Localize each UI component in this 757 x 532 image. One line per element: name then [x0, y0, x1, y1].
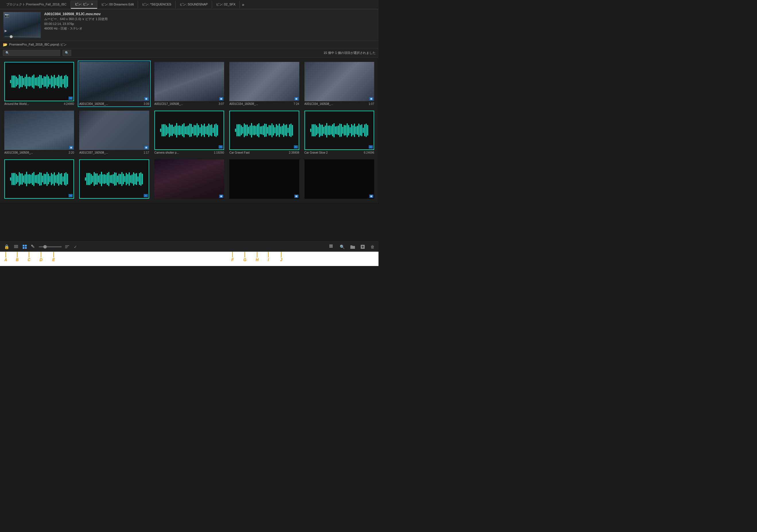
svg-rect-71 [205, 126, 206, 134]
tab-bin-main[interactable]: ビン: ビン ≡ [71, 0, 97, 9]
svg-rect-2 [13, 75, 14, 87]
svg-rect-64 [195, 125, 196, 135]
callout-section: A B C D E F [0, 252, 378, 266]
svg-rect-111 [280, 126, 281, 134]
tab-bin-dreamers[interactable]: ビン: 00 Dreamers Edit [97, 1, 138, 8]
folder-icon: 📂 [3, 42, 8, 47]
tab-bin-sfx[interactable]: ビン: 02_SFX [212, 1, 240, 8]
bottom-toolbar: 🔒 [0, 241, 378, 252]
svg-rect-203 [90, 173, 90, 185]
app-window: プロジェクト:PremierePro_Fall_2018_IBC ビン: ビン … [0, 0, 378, 266]
media-item[interactable]: ▦A001C004_160508_... 3:09 [78, 61, 150, 107]
svg-rect-54 [180, 126, 181, 134]
search-toolbar-button[interactable]: 🔍 [339, 244, 346, 250]
svg-rect-25 [46, 74, 47, 88]
search-input[interactable] [11, 51, 58, 55]
media-item[interactable]: ↔ Car Gravel Slow 2 6:24696 [303, 109, 376, 155]
svg-rect-88 [247, 125, 248, 136]
search-icon: 🔍 [6, 51, 10, 55]
svg-rect-158 [366, 124, 366, 137]
svg-rect-99 [263, 126, 264, 135]
check-button[interactable]: ✓ [73, 244, 78, 250]
callout-C: C [28, 252, 30, 262]
media-item[interactable]: ▦ [228, 158, 300, 200]
tab-overflow-button[interactable]: » [240, 1, 247, 9]
list-view-button[interactable] [13, 244, 19, 249]
svg-rect-186 [48, 174, 49, 184]
svg-rect-89 [248, 127, 249, 134]
svg-rect-164 [16, 174, 16, 184]
tab-bin-sequences[interactable]: ビン: *SEQUENCES [138, 1, 175, 8]
svg-rect-121 [312, 124, 313, 136]
video-badge: ▦ [369, 195, 373, 198]
svg-rect-212 [103, 174, 103, 183]
svg-rect-18 [37, 77, 37, 86]
svg-rect-22 [42, 78, 43, 85]
svg-rect-79 [217, 125, 218, 136]
tab-bin-soundsnap[interactable]: ビン: SOUNDSNAP [176, 1, 212, 8]
media-item[interactable]: ↔ Around the World... 4:24960 [3, 61, 76, 107]
callout-D: D [40, 252, 43, 262]
svg-rect-199 [67, 174, 68, 184]
svg-rect-9 [23, 78, 24, 85]
media-thumbnail: ↔ [229, 111, 299, 150]
svg-rect-65 [197, 123, 197, 137]
svg-rect-11 [26, 74, 27, 89]
panel-content: 📷 ▶ A001C004_160508_R1JC.mov.mov ムービー、64… [0, 9, 378, 266]
svg-rect-3 [15, 75, 15, 87]
media-item[interactable]: ▦A001C036_160508_... 2:20 [3, 109, 76, 155]
freeform-view-button[interactable] [30, 244, 37, 249]
svg-rect-136 [333, 123, 334, 137]
svg-rect-50 [175, 126, 176, 135]
grid-view-button[interactable] [21, 244, 28, 249]
lock-button[interactable]: 🔒 [3, 244, 11, 250]
new-folder-button[interactable] [349, 244, 356, 249]
media-item[interactable]: ▦ [153, 158, 226, 200]
svg-rect-168 [22, 173, 23, 184]
new-item-button[interactable] [360, 244, 366, 249]
svg-rect-200 [85, 178, 86, 181]
svg-rect-237 [139, 173, 140, 185]
svg-rect-137 [335, 126, 336, 134]
media-item[interactable]: ↔ [3, 158, 76, 200]
play-button[interactable]: ▶ [5, 29, 7, 33]
zoom-button[interactable] [328, 244, 335, 250]
media-item-duration: 7:24 [293, 102, 299, 105]
delete-button[interactable]: 🗑 [369, 244, 376, 250]
media-item[interactable]: ▦ [303, 158, 376, 200]
svg-rect-142 [342, 127, 343, 134]
sort-menu-button[interactable] [64, 244, 70, 249]
media-item[interactable]: ▦A001C034_160508_... 1:07 [303, 61, 376, 107]
svg-rect-110 [279, 124, 280, 137]
tab-project[interactable]: プロジェクト:PremierePro_Fall_2018_IBC [2, 1, 71, 8]
tab-menu-icon: ≡ [91, 3, 93, 6]
media-grid-scroll[interactable]: ↔ Around the World... 4:24960 ▦A001C004_… [0, 58, 378, 241]
media-item[interactable]: ↔ [78, 158, 150, 200]
svg-rect-215 [107, 173, 108, 185]
audio-badge: ↔ [144, 194, 148, 197]
media-item[interactable]: ▦A001C037_160508_... 1:17 [78, 109, 150, 155]
media-item[interactable]: ↔ Car Gravel Fast 2:38808 [228, 109, 300, 155]
svg-rect-75 [211, 125, 212, 136]
svg-rect-140 [339, 124, 340, 137]
preview-scrubber[interactable] [3, 36, 41, 37]
svg-rect-157 [364, 125, 365, 136]
svg-rect-150 [354, 124, 355, 137]
media-item[interactable]: ↔ Camera shutter p... 1:19260 [153, 109, 226, 155]
media-item-label: Camera shutter p... 1:19260 [154, 151, 224, 154]
media-item-duration: 3:09 [143, 102, 149, 105]
media-thumbnail: ▦ [304, 62, 374, 101]
breadcrumb-text[interactable]: PremierePro_Fall_2018_IBC.prproj\ ビン [9, 42, 67, 47]
icon-size-slider[interactable] [39, 246, 62, 247]
media-thumbnail: ▦ [154, 62, 224, 101]
svg-rect-251 [65, 246, 68, 247]
svg-rect-175 [32, 173, 33, 185]
toolbar-left: 🔒 [3, 244, 78, 250]
svg-rect-189 [52, 174, 53, 184]
svg-rect-149 [352, 125, 353, 135]
search-button2[interactable]: 🔍 [63, 50, 71, 56]
media-item[interactable]: ▦A001C034_160508_... 7:24 [228, 61, 300, 107]
media-item[interactable]: ▦A001C017_160508_... 3:07 [153, 61, 226, 107]
svg-rect-63 [194, 125, 195, 136]
svg-rect-107 [274, 127, 275, 133]
